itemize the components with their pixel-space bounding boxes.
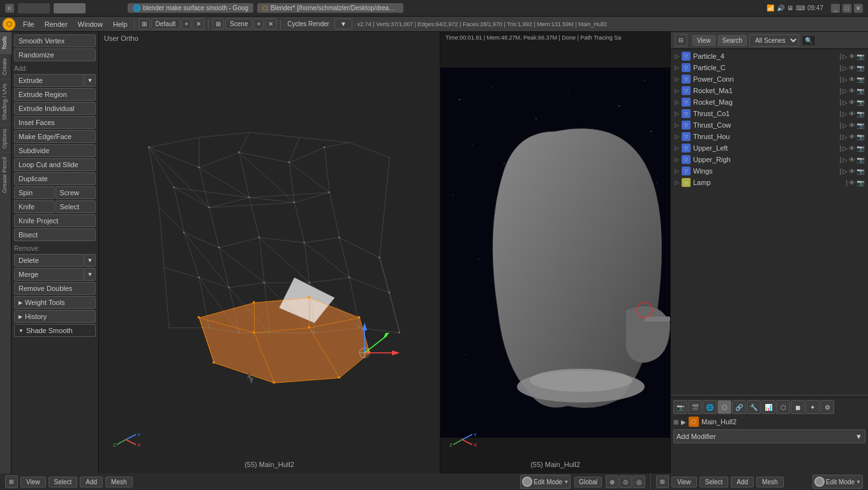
shade-smooth-collapsible[interactable]: ▼ Shade Smooth ···	[14, 324, 96, 337]
eye-urigh[interactable]: 👁	[849, 156, 855, 163]
cam-rma1[interactable]: 📷	[857, 87, 864, 94]
eye-thou[interactable]: 👁	[849, 133, 855, 140]
tri-rma1[interactable]: ▷	[842, 87, 848, 94]
tab-tools[interactable]: Tools	[0, 32, 11, 54]
spin-button[interactable]: Spin	[14, 186, 55, 199]
left-editor-type[interactable]: ⊞	[5, 475, 18, 488]
restrict-lamp[interactable]: |	[846, 179, 848, 186]
menu-help[interactable]: Help	[108, 19, 133, 29]
cam-rmag[interactable]: 📷	[857, 99, 864, 106]
extrude-region-button[interactable]: Extrude Region	[14, 88, 96, 101]
restrict-rmag[interactable]: |	[839, 99, 841, 106]
viewport-left[interactable]: User Ortho	[99, 32, 440, 473]
proportional-icon[interactable]: ⊙	[619, 475, 632, 488]
extrude-button[interactable]: Extrude	[14, 74, 84, 87]
maximize-button[interactable]: □	[842, 4, 851, 13]
window-tab-1[interactable]	[18, 3, 50, 13]
eye-pconn[interactable]: 👁	[849, 76, 855, 83]
scene-dropdown[interactable]: Scene	[225, 19, 252, 29]
tab-options[interactable]: Options	[0, 124, 11, 152]
prop-texture-btn[interactable]: ◼	[791, 400, 805, 414]
blender-tab[interactable]: ⬡ Blender* [/home/schmatzler/Desktop/dre…	[257, 3, 403, 13]
prop-render-btn[interactable]: 📷	[673, 400, 687, 414]
outliner-item-powerconn[interactable]: ▷ ▽ Power_Conn | ▷ 👁 📷	[672, 73, 867, 85]
cam-wings[interactable]: 📷	[857, 168, 864, 175]
editor-type-left[interactable]: ⊞	[138, 19, 150, 29]
restrict-urigh[interactable]: |	[839, 156, 841, 163]
outliner-item-upperrigh[interactable]: ▷ ▽ Upper_Righ | ▷ 👁 📷	[672, 154, 867, 165]
knife-project-button[interactable]: Knife Project	[14, 214, 96, 227]
outliner-search-btn[interactable]: Search	[718, 35, 747, 46]
bottom-view-btn-left[interactable]: View	[20, 477, 46, 487]
bottom-mesh-btn-right[interactable]: Mesh	[756, 477, 783, 487]
outliner-item-lamp[interactable]: ▷ ⊙ Lamp | 👁 📷	[672, 177, 867, 188]
cam-thou[interactable]: 📷	[857, 133, 864, 140]
delete-button[interactable]: Delete	[14, 254, 84, 267]
restrict-thou[interactable]: |	[839, 133, 841, 140]
eye-tcow[interactable]: 👁	[849, 122, 855, 129]
item-eye-pc[interactable]: 👁	[849, 64, 855, 71]
prop-modifier-btn[interactable]: 🔧	[747, 400, 761, 414]
outliner-search-input[interactable]: 🔍	[802, 35, 816, 46]
scene-remove[interactable]: ✕	[265, 19, 276, 29]
bottom-add-btn-left[interactable]: Add	[80, 477, 103, 487]
prop-material-btn[interactable]: ⬡	[776, 400, 790, 414]
restrict-pconn[interactable]: |	[839, 76, 841, 83]
prop-data-btn[interactable]: 📊	[761, 400, 775, 414]
item-render-particle4[interactable]: 📷	[857, 53, 864, 60]
mode-arrow-left[interactable]: ▼	[564, 479, 569, 485]
bisect-button[interactable]: Bisect	[14, 228, 96, 241]
outliner-item-particlec[interactable]: ▷ ▽ Particle_C | ▷ 👁 📷	[672, 62, 867, 73]
outliner-item-thrustco1[interactable]: ▷ ▽ Thrust_Co1 | ▷ 👁 📷	[672, 108, 867, 119]
prop-object-btn[interactable]: ⬡	[717, 400, 731, 414]
render-viewport[interactable]	[440, 32, 670, 473]
browser-tab[interactable]: 🌐 blender make surface smooth - Goog	[128, 3, 253, 13]
prop-particles-btn[interactable]: ✦	[805, 400, 819, 414]
add-modifier-button[interactable]: Add Modifier ▼	[673, 429, 865, 443]
cam-tco1[interactable]: 📷	[857, 110, 864, 117]
tri-urigh[interactable]: ▷	[842, 156, 848, 163]
right-editor-type[interactable]: ⊞	[656, 475, 669, 488]
item-restrict-particle4[interactable]: |	[839, 53, 841, 60]
eye-rma1[interactable]: 👁	[849, 87, 855, 94]
outliner-item-thrustcow[interactable]: ▷ ▽ Thrust_Cow | ▷ 👁 📷	[672, 119, 867, 131]
cam-uleft[interactable]: 📷	[857, 145, 864, 152]
weight-tools-collapsible[interactable]: ▶ Weight Tools ···	[14, 296, 96, 309]
prop-constraint-btn[interactable]: 🔗	[732, 400, 746, 414]
minimize-button[interactable]: _	[831, 4, 840, 13]
scene-type[interactable]: ⊞	[213, 19, 224, 29]
menu-render[interactable]: Render	[40, 19, 73, 29]
eye-uleft[interactable]: 👁	[849, 145, 855, 152]
tab-grease-pencil[interactable]: Grease Pencil	[0, 152, 11, 197]
mode-arrow-right[interactable]: ▼	[856, 479, 861, 485]
snap-icon[interactable]: ⊕	[606, 475, 618, 488]
prop-world-btn[interactable]: 🌐	[703, 400, 717, 414]
tab-create[interactable]: Create	[0, 54, 11, 79]
transform-orientation-left[interactable]: Global	[574, 477, 602, 487]
restrict-tcow[interactable]: |	[839, 122, 841, 129]
item-tri-pc[interactable]: ▷	[842, 64, 848, 71]
outliner-item-wings[interactable]: ▷ ▽ Wings | ▷ 👁 📷	[672, 165, 867, 177]
outliner-item-rocketma1[interactable]: ▷ ▽ Rocket_Ma1 | ▷ 👁 📷	[672, 85, 867, 96]
merge-button[interactable]: Merge	[14, 268, 84, 281]
smooth-vertex-button[interactable]: Smooth Vertex	[14, 34, 96, 47]
loop-cut-slide-button[interactable]: Loop Cut and Slide	[14, 158, 96, 171]
eye-wings[interactable]: 👁	[849, 168, 855, 175]
item-cam-particle4[interactable]: ▷	[842, 53, 848, 60]
restrict-uleft[interactable]: |	[839, 145, 841, 152]
tab-shading-uvs[interactable]: Shading / UVs	[0, 79, 11, 124]
history-collapsible[interactable]: ▶ History ···	[14, 310, 96, 323]
pivot-icon[interactable]: ◎	[632, 475, 645, 488]
cam-pconn[interactable]: 📷	[857, 76, 864, 83]
bottom-mesh-btn-left[interactable]: Mesh	[105, 477, 132, 487]
randomize-button[interactable]: Randomize	[14, 48, 96, 61]
duplicate-button[interactable]: Duplicate	[14, 172, 96, 185]
window-tab-2[interactable]	[54, 3, 86, 13]
outliner-item-rocketmag[interactable]: ▷ ▽ Rocket_Mag | ▷ 👁 📷	[672, 96, 867, 108]
screw-button[interactable]: Screw	[56, 186, 96, 199]
eye-lamp[interactable]: 👁	[849, 179, 855, 186]
outliner-item-thrusthou[interactable]: ▷ ▽ Thrust_Hou | ▷ 👁 📷	[672, 131, 867, 142]
restrict-rma1[interactable]: |	[839, 87, 841, 94]
tri-uleft[interactable]: ▷	[842, 145, 848, 152]
tri-wings[interactable]: ▷	[842, 168, 848, 175]
